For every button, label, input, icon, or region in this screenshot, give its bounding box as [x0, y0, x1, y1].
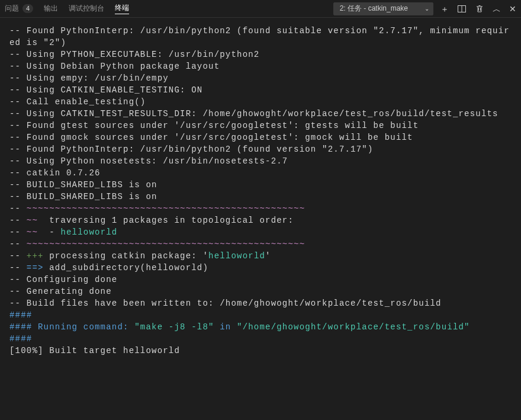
terminal-text-segment: -- Build files have been written to: /ho…	[9, 299, 442, 308]
tab-problems-label: 问题	[5, 4, 19, 14]
terminal-text-segment: [100%] Built target helloworld	[9, 346, 180, 355]
close-icon: ✕	[509, 4, 516, 14]
terminal-line: ####	[9, 309, 512, 321]
terminal-text-segment: ####	[9, 334, 32, 344]
terminal-line: -- Found PythonInterp: /usr/bin/python2 …	[9, 143, 512, 155]
split-terminal-button[interactable]	[457, 4, 467, 14]
terminal-line: -- Call enable_testing()	[9, 96, 512, 108]
terminal-text-segment: -- Generating done	[9, 287, 112, 296]
terminal-line: -- ~~~~~~~~~~~~~~~~~~~~~~~~~~~~~~~~~~~~~…	[9, 203, 512, 214]
tab-debug-console-label: 调试控制台	[69, 4, 104, 14]
chevron-down-icon: ⌄	[424, 5, 429, 12]
terminal-line: -- Build files have been written to: /ho…	[9, 297, 512, 309]
terminal-text-segment: --	[9, 216, 27, 225]
terminal-line: -- Using empy: /usr/bin/empy	[9, 72, 512, 84]
terminal-text-segment: --	[9, 204, 27, 213]
terminal-line: ####	[9, 333, 512, 345]
terminal-text-segment: -- Using CATKIN_ENABLE_TESTING: ON	[9, 85, 202, 95]
terminal-toolbar: ＋ ︿ ✕	[440, 4, 516, 14]
terminal-line: -- Generating done	[9, 286, 512, 297]
tab-output-label: 输出	[44, 4, 58, 14]
terminal-text-segment: -- Using Python nosetests: /usr/bin/nose…	[9, 156, 288, 166]
terminal-text-segment: -- Using empy: /usr/bin/empy	[9, 73, 169, 83]
trash-icon	[475, 4, 484, 14]
terminal-text-segment: '	[265, 251, 271, 261]
terminal-line: [100%] Built target helloworld	[9, 345, 512, 357]
terminal-text-segment: "make -j8 -l8"	[134, 322, 214, 332]
terminal-line: -- Using Python nosetests: /usr/bin/nose…	[9, 155, 512, 167]
terminal-line: -- BUILD_SHARED_LIBS is on	[9, 179, 512, 191]
terminal-text-segment: ~~~~~~~~~~~~~~~~~~~~~~~~~~~~~~~~~~~~~~~~…	[27, 204, 305, 213]
terminal-output[interactable]: -- Found PythonInterp: /usr/bin/python2 …	[0, 18, 521, 364]
terminal-line: -- +++ processing catkin package: 'hello…	[9, 250, 512, 262]
terminal-text-segment: -- BUILD_SHARED_LIBS is on	[9, 180, 157, 190]
terminal-line: -- Using PYTHON_EXECUTABLE: /usr/bin/pyt…	[9, 49, 512, 60]
terminal-text-segment: "/home/ghowoght/workplace/test_ros/build…	[237, 322, 470, 332]
terminal-text-segment: processing catkin package: '	[44, 251, 208, 261]
terminal-text-segment: -- Call enable_testing()	[9, 97, 146, 107]
terminal-text-segment: in	[214, 322, 237, 332]
split-icon	[457, 4, 467, 14]
terminal-line: -- Found gtest sources under '/usr/src/g…	[9, 120, 512, 132]
problems-badge: 4	[22, 4, 33, 13]
terminal-line: -- Configuring done	[9, 274, 512, 286]
maximize-panel-button[interactable]: ︿	[493, 5, 501, 13]
terminal-line: -- ~~ traversing 1 packages in topologic…	[9, 214, 512, 226]
terminal-text-segment: ~~	[27, 216, 38, 225]
tab-debug-console[interactable]: 调试控制台	[69, 4, 104, 14]
terminal-line: -- Using Debian Python package layout	[9, 60, 512, 72]
terminal-text-segment: +++	[27, 251, 44, 261]
terminal-line: -- ==> add_subdirectory(helloworld)	[9, 262, 512, 274]
terminal-text-segment: --	[9, 227, 27, 237]
terminal-text-segment: ==>	[27, 263, 44, 272]
terminal-line: -- Using CATKIN_TEST_RESULTS_DIR: /home/…	[9, 108, 512, 120]
terminal-text-segment: --	[9, 263, 27, 272]
terminal-text-segment: traversing 1 packages in topological ord…	[38, 216, 294, 225]
terminal-text-segment: ~~	[27, 227, 38, 237]
chevron-up-icon: ︿	[493, 4, 501, 14]
plus-icon: ＋	[440, 4, 449, 14]
terminal-line: -- ~~~~~~~~~~~~~~~~~~~~~~~~~~~~~~~~~~~~~…	[9, 238, 512, 250]
close-panel-button[interactable]: ✕	[509, 5, 516, 13]
terminal-text-segment: -- Found PythonInterp: /usr/bin/python2 …	[9, 145, 374, 154]
terminal-line: -- Using CATKIN_ENABLE_TESTING: ON	[9, 84, 512, 96]
tab-output[interactable]: 输出	[44, 4, 58, 14]
terminal-line: #### Running command: "make -j8 -l8" in …	[9, 321, 512, 333]
terminal-text-segment: ~~~~~~~~~~~~~~~~~~~~~~~~~~~~~~~~~~~~~~~~…	[27, 239, 305, 249]
new-terminal-button[interactable]: ＋	[440, 5, 449, 13]
terminal-text-segment: -- Using Debian Python package layout	[9, 62, 220, 71]
tab-terminal-label: 终端	[115, 3, 129, 13]
terminal-line: -- Found gmock sources under '/usr/src/g…	[9, 132, 512, 143]
task-selector-label: 2: 任务 - catkin_make	[340, 4, 408, 14]
terminal-text-segment: helloworld	[60, 227, 117, 237]
terminal-text-segment: helloworld	[208, 251, 265, 261]
terminal-text-segment: -- Found gtest sources under '/usr/src/g…	[9, 121, 419, 130]
terminal-text-segment: -- catkin 0.7.26	[9, 168, 101, 178]
terminal-text-segment: #### Running command:	[9, 322, 134, 332]
terminal-line: -- ~~ - helloworld	[9, 226, 512, 238]
panel-header: 问题 4 输出 调试控制台 终端 2: 任务 - catkin_make ⌄ ＋	[0, 0, 521, 18]
terminal-text-segment: --	[9, 251, 27, 261]
terminal-text-segment: --	[9, 239, 27, 249]
terminal-text-segment: -- Configuring done	[9, 275, 117, 284]
terminal-text-segment: add_subdirectory(helloworld)	[44, 263, 208, 272]
terminal-text-segment: -	[38, 227, 60, 237]
kill-terminal-button[interactable]	[475, 4, 484, 14]
terminal-line: -- catkin 0.7.26	[9, 167, 512, 179]
tab-terminal[interactable]: 终端	[115, 3, 129, 14]
terminal-text-segment: -- Using CATKIN_TEST_RESULTS_DIR: /home/…	[9, 109, 499, 118]
terminal-text-segment: -- Using PYTHON_EXECUTABLE: /usr/bin/pyt…	[9, 50, 259, 59]
terminal-task-selector[interactable]: 2: 任务 - catkin_make ⌄	[333, 2, 433, 15]
terminal-text-segment: -- Found PythonInterp: /usr/bin/python2 …	[9, 26, 510, 47]
terminal-line: -- Found PythonInterp: /usr/bin/python2 …	[9, 25, 512, 49]
terminal-text-segment: -- Found gmock sources under '/usr/src/g…	[9, 133, 413, 142]
terminal-text-segment: -- BUILD_SHARED_LIBS is on	[9, 192, 157, 201]
terminal-line: -- BUILD_SHARED_LIBS is on	[9, 191, 512, 203]
terminal-text-segment: ####	[9, 310, 32, 320]
panel-tabs: 问题 4 输出 调试控制台 终端	[5, 3, 129, 14]
tab-problems[interactable]: 问题 4	[5, 4, 33, 14]
